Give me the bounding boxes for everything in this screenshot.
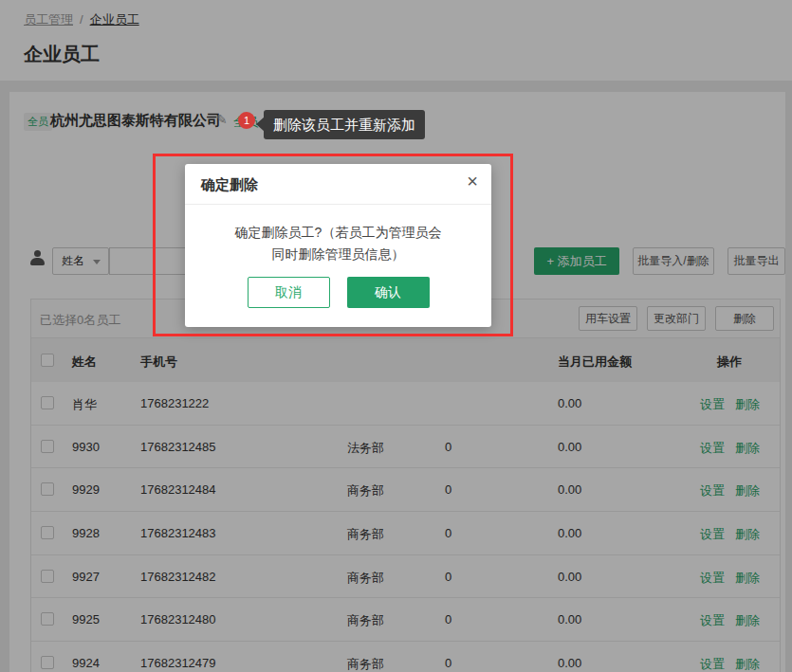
tooltip: 删除该员工并重新添加 <box>264 110 425 139</box>
modal-divider <box>185 204 491 205</box>
notification-badge: 1 <box>238 112 255 129</box>
modal-buttons: 取消 确认 <box>185 277 491 308</box>
modal-body-line2: 同时删除管理员信息） <box>185 244 491 265</box>
modal-backdrop <box>0 0 792 672</box>
cancel-button[interactable]: 取消 <box>248 277 330 308</box>
modal-body-line1: 确定删除员工?（若员工为管理员会 <box>185 222 491 244</box>
confirm-button[interactable]: 确认 <box>347 277 430 308</box>
confirm-delete-modal: 确定删除 × 确定删除员工?（若员工为管理员会 同时删除管理员信息） 取消 确认 <box>185 164 491 327</box>
modal-body: 确定删除员工?（若员工为管理员会 同时删除管理员信息） <box>185 222 491 265</box>
modal-title: 确定删除 <box>201 176 258 194</box>
close-icon[interactable]: × <box>467 172 478 191</box>
employee-management-page: 员工管理/企业员工 企业员工 全员 杭州尤思图泰斯特有限公司 ✎ 全员 姓名 +… <box>0 0 792 672</box>
